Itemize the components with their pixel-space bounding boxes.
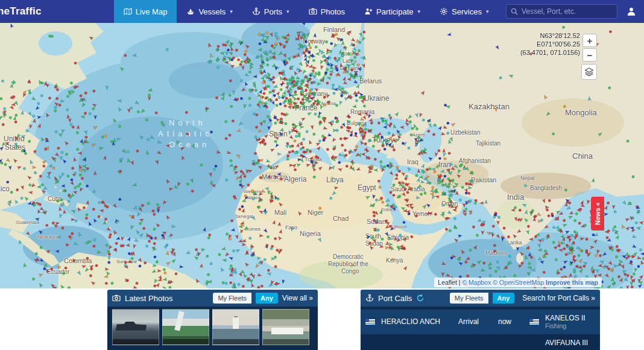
map-attribution: Leaflet | © Mapbox © OpenStreetMap Impro… — [434, 278, 602, 287]
world-basemap — [0, 23, 644, 288]
refresh-icon[interactable] — [416, 294, 425, 302]
port-name[interactable]: HERACLIO ANCH — [381, 317, 458, 326]
live-map[interactable]: FinlandNorwayEstoniaLatviaLithuaniaBelar… — [0, 23, 644, 288]
photo-strip — [107, 307, 318, 345]
nav-ports[interactable]: Ports ▾ — [242, 0, 299, 23]
news-tab-label: News « — [594, 202, 601, 225]
nav-live-map[interactable]: Live Map — [114, 0, 177, 23]
zoom-control: + − — [582, 34, 597, 62]
bottom-widgets: Latest Photos My Fleets Any View all » P… — [0, 288, 644, 350]
search-port-calls-link[interactable]: Search for Port Calls » — [522, 294, 595, 302]
photo-thumbnail[interactable] — [112, 309, 159, 345]
port-calls-panel: Port Calls My Fleets Any Search for Port… — [361, 290, 600, 350]
latest-photos-header: Latest Photos My Fleets Any View all » — [107, 290, 318, 307]
mapbox-credit-link[interactable]: © Mapbox — [462, 279, 491, 286]
zoom-in-button[interactable]: + — [582, 34, 597, 47]
longitude-readout: E071°00'56.25 — [520, 40, 580, 48]
person-plus-icon — [364, 7, 373, 16]
chevron-down-icon: ▾ — [230, 8, 233, 14]
view-all-link[interactable]: View all » — [282, 294, 313, 302]
nav-participate[interactable]: Participate ▾ — [355, 0, 430, 23]
chevron-down-icon: ▾ — [286, 8, 289, 14]
camera-icon — [112, 294, 121, 302]
nav-label: Live Map — [136, 7, 168, 16]
osm-credit-link[interactable]: © OpenStreetMap — [493, 279, 544, 286]
photo-thumbnail[interactable] — [262, 309, 309, 345]
leaflet-credit[interactable]: Leaflet — [438, 279, 457, 286]
navbar: neTraffic Live Map Vessels ▾ Ports ▾ Pho… — [0, 0, 644, 23]
photo-thumbnail[interactable] — [212, 309, 259, 345]
logo[interactable]: neTraffic — [0, 5, 42, 18]
photo-caption — [263, 339, 309, 345]
nav-label: Vessels — [198, 7, 226, 16]
photo-thumbnail[interactable] — [162, 309, 209, 345]
latest-photos-body — [107, 307, 318, 350]
decimal-coords-readout: (63.4701, 071.0156) — [520, 48, 580, 57]
any-toggle[interactable]: Any — [256, 293, 278, 304]
nav-vessels[interactable]: Vessels ▾ — [177, 0, 242, 23]
news-tab[interactable]: News « — [591, 197, 604, 231]
vessel-cell[interactable]: KANELOS II Fishing — [545, 314, 595, 329]
chevron-down-icon: ▾ — [486, 8, 489, 14]
port-calls-body: HERACLIO ANCH Arrival now KANELOS II Fis… — [361, 307, 600, 350]
flag-icon — [365, 319, 375, 325]
vessel-name[interactable]: AVIFAUNA III — [545, 339, 588, 347]
latest-photos-panel: Latest Photos My Fleets Any View all » — [107, 290, 318, 350]
camera-icon — [309, 7, 317, 16]
nav-photos[interactable]: Photos — [299, 0, 355, 23]
anchor-icon — [252, 7, 260, 16]
main-nav: Live Map Vessels ▾ Ports ▾ Photos Partic… — [114, 0, 499, 23]
user-account-icon[interactable] — [623, 4, 639, 19]
anchor-icon — [365, 294, 374, 302]
map-icon — [124, 7, 132, 16]
my-fleets-toggle[interactable]: My Fleets — [450, 293, 488, 304]
improve-map-link[interactable]: Improve this map — [546, 279, 598, 286]
latitude-readout: N63°28'12.52 — [520, 31, 580, 40]
nav-label: Participate — [376, 7, 413, 16]
gear-icon — [440, 7, 448, 16]
event-time: now — [498, 317, 529, 326]
photo-caption — [113, 339, 159, 345]
search-icon — [510, 7, 519, 16]
my-fleets-toggle[interactable]: My Fleets — [213, 293, 251, 304]
panel-title: Latest Photos — [125, 294, 173, 303]
ship-icon — [186, 7, 195, 16]
nav-label: Ports — [264, 7, 282, 16]
port-calls-header: Port Calls My Fleets Any Search for Port… — [361, 290, 600, 307]
chevron-down-icon: ▾ — [418, 8, 421, 14]
mouse-position-readout: N63°28'12.52 E071°00'56.25 (63.4701, 071… — [520, 31, 580, 57]
nav-label: Photos — [321, 7, 345, 16]
photo-caption — [163, 339, 209, 345]
nav-label: Services — [452, 7, 482, 16]
search-input[interactable] — [522, 7, 615, 16]
panel-title: Port Calls — [378, 294, 412, 303]
event-type: Arrival — [458, 317, 498, 326]
port-call-row[interactable]: AVIFAUNA III — [361, 334, 600, 350]
photo-caption — [213, 339, 259, 345]
vessel-name[interactable]: KANELOS II — [545, 314, 586, 322]
search-box — [506, 4, 617, 19]
layers-button[interactable] — [581, 64, 597, 80]
zoom-out-button[interactable]: − — [582, 48, 597, 62]
nav-services[interactable]: Services ▾ — [430, 0, 498, 23]
flag-icon — [529, 319, 539, 325]
port-call-row[interactable]: HERACLIO ANCH Arrival now KANELOS II Fis… — [361, 310, 600, 334]
any-toggle[interactable]: Any — [493, 293, 515, 304]
vessel-type: Fishing — [545, 322, 586, 329]
vessel-cell[interactable]: AVIFAUNA III — [545, 339, 595, 347]
